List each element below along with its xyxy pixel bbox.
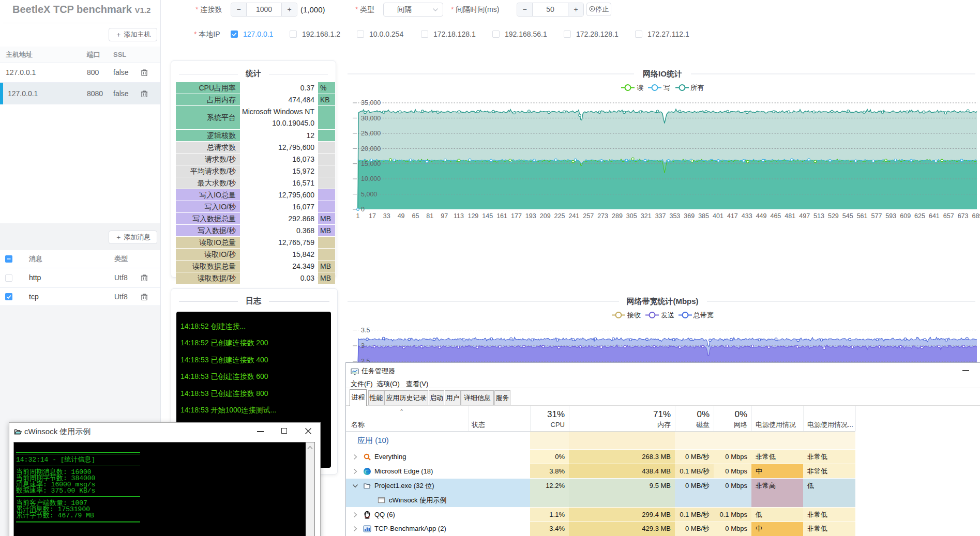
svg-text:3.5: 3.5	[361, 327, 370, 334]
svg-text:369: 369	[684, 212, 695, 220]
svg-text:241: 241	[568, 212, 579, 220]
svg-text:481: 481	[785, 212, 795, 220]
svg-text:113: 113	[454, 212, 464, 220]
svg-text:145: 145	[482, 212, 493, 220]
svg-text:129: 129	[468, 212, 478, 220]
svg-text:65: 65	[412, 212, 419, 220]
svg-text:321: 321	[641, 212, 652, 220]
svg-text:625: 625	[914, 212, 925, 220]
svg-text:5,000: 5,000	[361, 191, 377, 198]
svg-text:网络带宽统计(Mbps): 网络带宽统计(Mbps)	[626, 297, 698, 305]
svg-text:177: 177	[511, 212, 522, 220]
svg-text:449: 449	[756, 212, 767, 220]
svg-text:273: 273	[597, 212, 608, 220]
svg-text:3: 3	[361, 342, 365, 349]
svg-text:161: 161	[496, 212, 507, 220]
svg-text:30,000: 30,000	[361, 115, 381, 122]
svg-text:257: 257	[583, 212, 594, 220]
svg-text:497: 497	[799, 212, 810, 220]
svg-text:35,000: 35,000	[361, 99, 381, 106]
svg-text:209: 209	[540, 212, 551, 220]
svg-text:10,000: 10,000	[361, 175, 381, 182]
svg-text:读: 读	[637, 84, 643, 91]
svg-text:225: 225	[554, 212, 565, 220]
svg-text:545: 545	[842, 212, 853, 220]
svg-text:529: 529	[828, 212, 839, 220]
svg-text:353: 353	[669, 212, 680, 220]
svg-text:写: 写	[664, 84, 670, 91]
svg-text:发送: 发送	[661, 311, 674, 319]
svg-text:305: 305	[626, 212, 637, 220]
svg-text:561: 561	[857, 212, 868, 220]
svg-text:289: 289	[612, 212, 623, 220]
svg-text:20,000: 20,000	[361, 145, 381, 152]
svg-text:193: 193	[525, 212, 536, 220]
svg-text:0: 0	[361, 206, 365, 213]
svg-text:577: 577	[871, 212, 882, 220]
svg-text:81: 81	[426, 212, 433, 220]
svg-text:465: 465	[770, 212, 781, 220]
svg-text:593: 593	[885, 212, 896, 220]
svg-text:接收: 接收	[627, 311, 641, 319]
svg-text:网络IO统计: 网络IO统计	[643, 69, 682, 78]
svg-text:673: 673	[958, 212, 969, 220]
svg-text:641: 641	[929, 212, 940, 220]
svg-text:417: 417	[727, 212, 738, 220]
svg-text:1: 1	[356, 212, 360, 220]
svg-text:337: 337	[655, 212, 666, 220]
svg-text:657: 657	[943, 212, 954, 220]
svg-text:所有: 所有	[690, 84, 704, 91]
svg-text:17: 17	[369, 212, 376, 220]
svg-text:385: 385	[698, 212, 709, 220]
svg-text:总带宽: 总带宽	[693, 311, 714, 319]
svg-text:433: 433	[742, 212, 752, 220]
svg-text:401: 401	[713, 212, 723, 220]
svg-text:513: 513	[813, 212, 824, 220]
svg-text:33: 33	[383, 212, 390, 220]
svg-text:25,000: 25,000	[361, 130, 381, 137]
svg-text:49: 49	[398, 212, 405, 220]
svg-text:97: 97	[441, 212, 448, 220]
svg-text:689: 689	[972, 212, 980, 220]
svg-text:609: 609	[900, 212, 911, 220]
